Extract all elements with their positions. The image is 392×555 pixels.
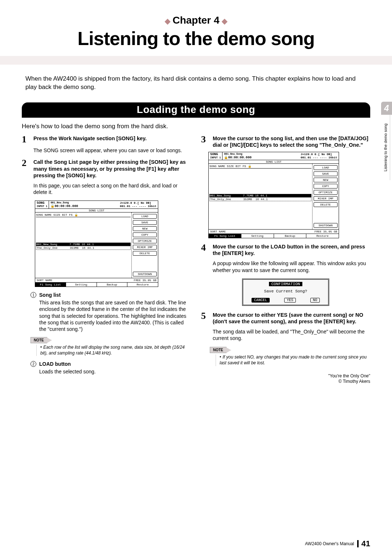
section-intro: Here's how to load the demo song from th…	[22, 123, 370, 130]
lcd-shutdown-button: SHUTDOWN	[133, 272, 157, 276]
side-tab: 4 Listening to the demo song	[381, 102, 392, 180]
step-body: The SONG screen will appear, where you c…	[33, 147, 191, 154]
step-body: A popup window like the following will a…	[213, 260, 370, 273]
step-number: 3	[201, 135, 209, 148]
step-number: 5	[201, 312, 209, 325]
step-body: In this page, you can select a song on t…	[33, 182, 191, 195]
song-credit: "You're the Only One" © Timothy Akers	[201, 373, 370, 385]
title-rule	[0, 56, 392, 65]
popup-message: Save Current Song?	[245, 289, 326, 293]
chapter-label: ◆Chapter 4◆	[22, 15, 370, 26]
popup-cancel-button: CANCEL	[252, 298, 270, 303]
lcd-new-button: NEW	[133, 226, 157, 231]
note-2: •If you select NO, any changes that you …	[216, 355, 370, 366]
footer-bar-icon	[357, 540, 359, 547]
page-footer: AW2400 Owner's Manual 41	[305, 539, 370, 548]
callout-2-text: Loads the selected song.	[39, 368, 191, 375]
lcd-copy-button: COPY	[133, 232, 157, 237]
chapter-intro: When the AW2400 is shipped from the fact…	[25, 75, 367, 92]
lcd-delete-button: DELETE	[133, 251, 157, 256]
section-heading: Loading the demo song	[22, 102, 370, 118]
note-label: NOTE	[30, 337, 47, 343]
diamond-icon: ◆	[165, 17, 170, 25]
lcd-mixerimp-button: MIXER IMP	[133, 245, 157, 250]
page-number: 41	[362, 539, 370, 548]
lcd-copy-button: COPY	[314, 184, 338, 189]
left-column: 1 Press the Work Navigate section [SONG]…	[22, 135, 191, 385]
step-number: 2	[22, 159, 30, 178]
diamond-icon: ◆	[222, 17, 227, 25]
step-title: Move the cursor to either YES (save the …	[213, 312, 370, 325]
side-tab-chapter-number: 4	[381, 102, 392, 115]
step-title: Press the Work Navigate section [SONG] k…	[33, 135, 147, 143]
step-number: 4	[201, 243, 209, 256]
manual-name: AW2400 Owner's Manual	[305, 541, 354, 546]
popup-no-button: NO	[310, 298, 320, 303]
step-title: Move the cursor to the LOAD button in th…	[213, 243, 370, 256]
step-2: 2 Call the Song List page by either pres…	[22, 159, 191, 178]
lcd-load-button: LOAD	[133, 214, 157, 219]
page-title: Listening to the demo song	[22, 28, 370, 49]
callout-1-text: This area lists the songs that are saved…	[39, 299, 191, 332]
lcd-optimize-button: OPTIMIZE	[133, 239, 157, 243]
right-column: 3 Move the cursor to the song list, and …	[201, 135, 370, 385]
lcd-mixerimp-button: MIXER IMP	[314, 196, 338, 201]
lcd-delete-button: DELETE	[314, 202, 338, 207]
step-title: Call the Song List page by either pressi…	[33, 159, 191, 178]
lcd-shutdown-button: SHUTDOWN	[314, 223, 338, 228]
step-5: 5 Move the cursor to either YES (save th…	[201, 312, 370, 325]
lcd-new-button: NEW	[314, 178, 338, 182]
circle-2-icon: 2	[30, 361, 36, 367]
lcd-save-button: SAVE	[314, 171, 338, 176]
circle-1-icon: 1	[30, 292, 36, 298]
step-3: 3 Move the cursor to the song list, and …	[201, 135, 370, 148]
step-4: 4 Move the cursor to the LOAD button in …	[201, 243, 370, 256]
lcd-optimize-button: OPTIMIZE	[314, 190, 338, 195]
confirmation-popup: CONFIRMATION Save Current Song? CANCEL Y…	[242, 279, 329, 306]
lcd-load-button: LOAD	[314, 165, 338, 170]
step-number: 1	[22, 135, 30, 143]
popup-title: CONFIRMATION	[269, 282, 302, 286]
step-title: Move the cursor to the song list, and th…	[213, 135, 370, 148]
step-body: The song data will be loaded, and "The_O…	[213, 328, 370, 341]
lcd-screenshot-2: SONG INPUT 1 001_New_Song 🔒00:00:00.000 …	[208, 152, 339, 238]
side-tab-title: Listening to the demo song	[381, 115, 390, 180]
lcd-screenshot-1: SONG INPUT 1 001_New_Song 🔒00:00:00.000 …	[35, 200, 158, 287]
callout-2: 2 LOAD button	[30, 361, 191, 367]
popup-yes-button: YES	[284, 298, 296, 303]
note-label: NOTE	[210, 347, 226, 353]
callout-1: 1 Song list	[30, 292, 191, 298]
step-1: 1 Press the Work Navigate section [SONG]…	[22, 135, 191, 143]
lcd-save-button: SAVE	[133, 220, 157, 225]
note-1: •Each row of the list will display the s…	[36, 345, 191, 356]
